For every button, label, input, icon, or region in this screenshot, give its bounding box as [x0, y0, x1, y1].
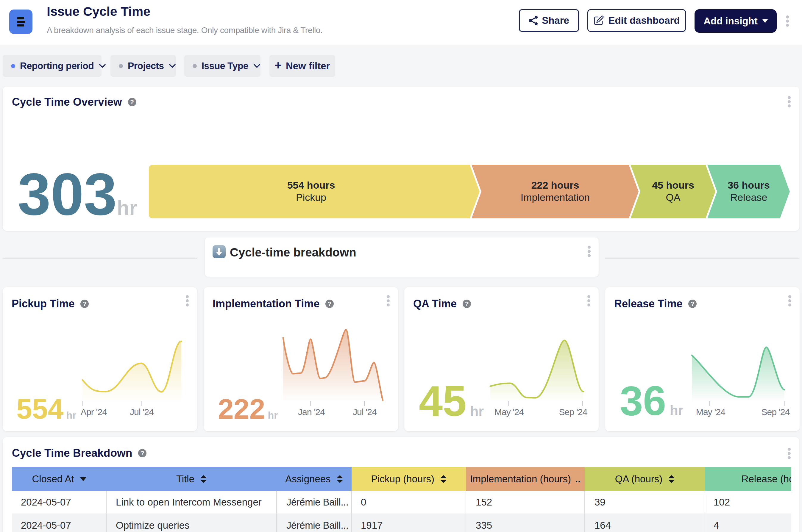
svg-text:36 hours: 36 hours [728, 179, 770, 191]
svg-text:Pickup: Pickup [296, 192, 326, 203]
svg-text:Release: Release [730, 192, 767, 203]
svg-text:QA: QA [666, 192, 680, 203]
svg-text:Implementation: Implementation [521, 192, 590, 203]
svg-text:554 hours: 554 hours [287, 179, 335, 191]
svg-text:222 hours: 222 hours [531, 179, 579, 191]
svg-text:45 hours: 45 hours [652, 179, 694, 191]
